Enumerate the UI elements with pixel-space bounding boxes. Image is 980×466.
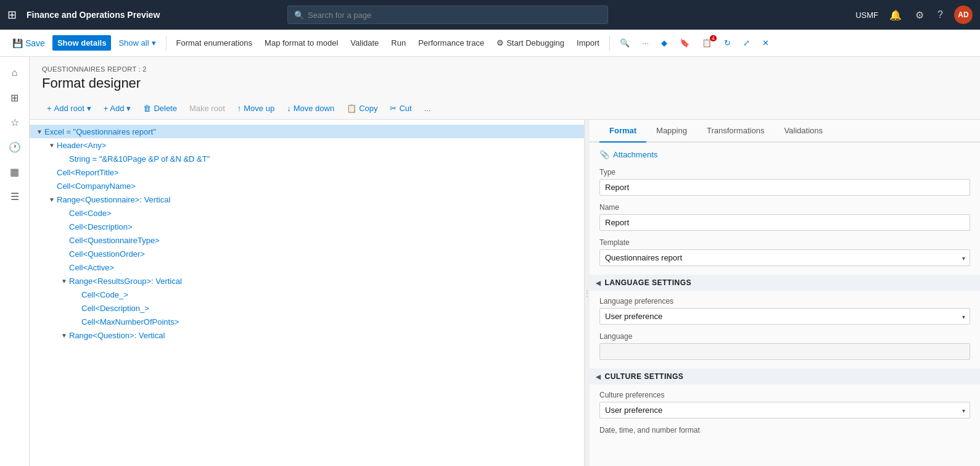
- template-label: Template: [599, 238, 970, 247]
- refresh-button[interactable]: ↻: [719, 35, 736, 51]
- tree-item[interactable]: Cell<Code_>: [30, 288, 584, 301]
- search-bar[interactable]: 🔍: [287, 6, 608, 24]
- cut-button[interactable]: ✂ Cut: [385, 101, 416, 115]
- validate-button[interactable]: Validate: [345, 35, 384, 51]
- tree-toggle-icon: [47, 167, 57, 177]
- tree-item[interactable]: ▼Range<ResultsGroup>: Vertical: [30, 274, 584, 288]
- culture-prefs-select[interactable]: User preferenceDefaultCustom: [599, 402, 970, 418]
- delete-button[interactable]: 🗑 Delete: [138, 101, 182, 115]
- tree-toggle-icon[interactable]: ▼: [59, 330, 69, 340]
- type-label: Type: [599, 168, 970, 177]
- tree-toggle-icon[interactable]: ▼: [59, 276, 69, 286]
- template-select[interactable]: Questionnaires report: [599, 249, 970, 266]
- tree-item[interactable]: Cell<Description>: [30, 220, 584, 233]
- more-toolbar-button[interactable]: ···: [637, 35, 654, 51]
- move-down-button[interactable]: ↓ Move down: [282, 101, 339, 115]
- notification-icon[interactable]: 🔔: [887, 7, 904, 23]
- tab-validations[interactable]: Validations: [774, 120, 833, 143]
- tree-item[interactable]: Cell<QuestionnaireType>: [30, 233, 584, 247]
- toolbar-separator-1: [166, 36, 167, 51]
- show-details-button[interactable]: Show details: [52, 35, 111, 51]
- language-settings-section: ◀ LANGUAGE SETTINGS: [590, 275, 980, 291]
- add-chevron: ▾: [126, 104, 131, 113]
- show-all-button[interactable]: Show all ▾: [113, 35, 160, 51]
- properties-content: 📎 Attachments Type Name: [590, 143, 980, 449]
- language-field-group: Language: [599, 332, 970, 360]
- tree-item[interactable]: ▼Header<Any>: [30, 138, 584, 152]
- badge-button[interactable]: 📋 4: [697, 35, 717, 51]
- map-format-button[interactable]: Map format to model: [260, 35, 343, 51]
- avatar[interactable]: AD: [954, 6, 973, 24]
- tree-item[interactable]: Cell<Description_>: [30, 301, 584, 315]
- sidebar-star-icon[interactable]: ☆: [4, 111, 26, 133]
- search-toolbar-button[interactable]: 🔍: [615, 35, 635, 51]
- tree-node-label: Range<ResultsGroup>: Vertical: [69, 277, 182, 286]
- start-debugging-button[interactable]: ⚙ Start Debugging: [492, 35, 569, 51]
- toolbar-separator-2: [609, 36, 610, 51]
- settings-icon[interactable]: ⚙: [913, 7, 926, 23]
- grid-icon[interactable]: ⊞: [7, 8, 17, 22]
- tree-item[interactable]: Cell<CompanyName>: [30, 179, 584, 193]
- culture-settings-section: ◀ CULTURE SETTINGS: [590, 368, 980, 385]
- copy-button[interactable]: 📋 Copy: [342, 101, 382, 115]
- sidebar-list-icon[interactable]: ☰: [4, 185, 26, 207]
- add-root-button[interactable]: + Add root ▾: [42, 101, 96, 115]
- tab-mapping[interactable]: Mapping: [646, 120, 697, 143]
- top-navigation: ⊞ Finance and Operations Preview 🔍 USMF …: [0, 0, 980, 30]
- move-up-button[interactable]: ↑ Move up: [233, 101, 279, 115]
- tree-toggle-icon: [59, 222, 69, 231]
- content-area: QUESTIONNAIRES REPORT : 2 Format designe…: [30, 57, 980, 466]
- tree-toggle-icon: [72, 303, 81, 313]
- name-input[interactable]: [599, 214, 970, 231]
- close-button[interactable]: ✕: [757, 35, 774, 51]
- tree-item[interactable]: ▼Range<Question>: Vertical: [30, 328, 584, 342]
- search-input[interactable]: [308, 10, 601, 20]
- copy-icon: 📋: [347, 104, 356, 113]
- tree-item[interactable]: Cell<Code>: [30, 206, 584, 220]
- tree-item[interactable]: Cell<MaxNumberOfPoints>: [30, 315, 584, 328]
- add-root-chevron: ▾: [87, 104, 91, 113]
- tree-item[interactable]: String = "&R&10Page &P of &N &D &T": [30, 152, 584, 165]
- tree-item[interactable]: Cell<QuestionOrder>: [30, 247, 584, 260]
- name-field-group: Name: [599, 203, 970, 231]
- attachments-link[interactable]: 📎 Attachments: [599, 150, 970, 159]
- tree-toggle-icon: [59, 235, 69, 245]
- sidebar-home-icon[interactable]: ⌂: [4, 62, 26, 84]
- tree-item[interactable]: Cell<ReportTitle>: [30, 165, 584, 179]
- performance-trace-button[interactable]: Performance trace: [413, 35, 489, 51]
- date-time-label: Date, time, and number format: [599, 426, 970, 435]
- culture-section-toggle[interactable]: ◀: [596, 373, 601, 380]
- tree-toggle-icon[interactable]: ▼: [35, 127, 44, 136]
- format-enumerations-button[interactable]: Format enumerations: [171, 35, 258, 51]
- tree-toggle-icon[interactable]: ▼: [47, 140, 57, 150]
- import-button[interactable]: Import: [572, 35, 604, 51]
- type-input[interactable]: [599, 179, 970, 196]
- language-section-toggle[interactable]: ◀: [596, 280, 601, 286]
- tree-item[interactable]: ▼Range<Questionnaire>: Vertical: [30, 193, 584, 206]
- language-prefs-select[interactable]: User preferenceDefault languageCustom: [599, 308, 970, 325]
- tree-toggle-icon[interactable]: ▼: [47, 194, 57, 204]
- help-icon[interactable]: ?: [935, 7, 945, 23]
- tab-format[interactable]: Format: [599, 120, 646, 143]
- split-pane: ▼Excel = "Questionnaires report"▼Header<…: [30, 120, 980, 466]
- culture-prefs-field-group: Culture preferences User preferenceDefau…: [599, 391, 970, 418]
- tab-transformations[interactable]: Transformations: [697, 120, 774, 143]
- make-root-button[interactable]: Make root: [184, 101, 230, 115]
- sidebar-clock-icon[interactable]: 🕐: [4, 136, 26, 158]
- tree-item[interactable]: Cell<Active>: [30, 260, 584, 274]
- save-button[interactable]: 💾 Save: [7, 35, 50, 51]
- diamond-button[interactable]: ◆: [656, 35, 672, 51]
- sidebar-filter-icon[interactable]: ⊞: [4, 86, 26, 109]
- sidebar-grid-icon[interactable]: ▦: [4, 160, 26, 183]
- language-prefs-field-group: Language preferences User preferenceDefa…: [599, 297, 970, 325]
- split-divider[interactable]: [585, 120, 590, 466]
- tree-node-label: Range<Questionnaire>: Vertical: [57, 195, 170, 204]
- more-actions-button[interactable]: ...: [419, 101, 436, 115]
- bookmark-button[interactable]: 🔖: [675, 35, 694, 51]
- add-button[interactable]: + Add ▾: [99, 101, 136, 115]
- language-input[interactable]: [599, 343, 970, 360]
- expand-button[interactable]: ⤢: [738, 35, 755, 51]
- properties-pane: FormatMappingTransformationsValidations …: [590, 120, 980, 466]
- tree-item[interactable]: ▼Excel = "Questionnaires report": [30, 125, 584, 138]
- run-button[interactable]: Run: [386, 35, 411, 51]
